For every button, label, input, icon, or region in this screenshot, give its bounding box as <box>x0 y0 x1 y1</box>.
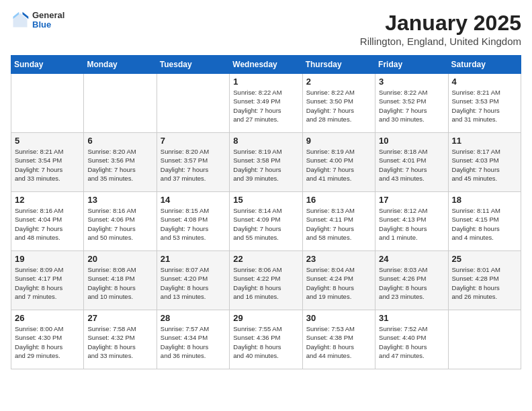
day-number: 23 <box>306 254 371 264</box>
day-info: Sunrise: 7:52 AM Sunset: 4:40 PM Dayligh… <box>379 324 444 360</box>
day-number: 26 <box>15 313 80 323</box>
calendar-cell: 25Sunrise: 8:01 AM Sunset: 4:28 PM Dayli… <box>448 251 521 310</box>
day-number: 6 <box>87 136 152 146</box>
title-area: January 2025 Rillington, England, United… <box>360 11 521 47</box>
calendar-cell: 12Sunrise: 8:16 AM Sunset: 4:04 PM Dayli… <box>11 192 84 251</box>
week-row-5: 26Sunrise: 8:00 AM Sunset: 4:30 PM Dayli… <box>11 310 521 369</box>
day-number: 15 <box>233 195 298 205</box>
weekday-header-row: SundayMondayTuesdayWednesdayThursdayFrid… <box>11 56 521 74</box>
day-info: Sunrise: 8:20 AM Sunset: 3:56 PM Dayligh… <box>87 147 152 183</box>
day-info: Sunrise: 8:22 AM Sunset: 3:49 PM Dayligh… <box>233 88 298 124</box>
calendar-cell <box>11 74 84 133</box>
day-number: 27 <box>87 313 152 323</box>
logo-blue-text: Blue <box>32 20 64 30</box>
header: General Blue January 2025 Rillington, En… <box>11 11 521 47</box>
calendar-cell: 26Sunrise: 8:00 AM Sunset: 4:30 PM Dayli… <box>11 310 84 369</box>
day-info: Sunrise: 8:09 AM Sunset: 4:17 PM Dayligh… <box>15 265 80 301</box>
day-number: 9 <box>306 136 371 146</box>
day-number: 14 <box>161 195 226 205</box>
week-row-3: 12Sunrise: 8:16 AM Sunset: 4:04 PM Dayli… <box>11 192 521 251</box>
calendar-cell: 20Sunrise: 8:08 AM Sunset: 4:18 PM Dayli… <box>84 251 157 310</box>
calendar-cell: 16Sunrise: 8:13 AM Sunset: 4:11 PM Dayli… <box>302 192 375 251</box>
day-number: 7 <box>161 136 226 146</box>
calendar-cell: 5Sunrise: 8:21 AM Sunset: 3:54 PM Daylig… <box>11 133 84 192</box>
calendar-cell: 1Sunrise: 8:22 AM Sunset: 3:49 PM Daylig… <box>230 74 302 133</box>
day-number: 25 <box>452 254 517 264</box>
day-number: 10 <box>379 136 444 146</box>
day-number: 1 <box>233 77 298 87</box>
day-info: Sunrise: 8:22 AM Sunset: 3:50 PM Dayligh… <box>306 88 371 124</box>
calendar-cell: 29Sunrise: 7:55 AM Sunset: 4:36 PM Dayli… <box>230 310 302 369</box>
day-info: Sunrise: 8:18 AM Sunset: 4:01 PM Dayligh… <box>379 147 444 183</box>
calendar-cell: 31Sunrise: 7:52 AM Sunset: 4:40 PM Dayli… <box>375 310 448 369</box>
day-info: Sunrise: 8:01 AM Sunset: 4:28 PM Dayligh… <box>452 265 517 301</box>
calendar-cell <box>448 310 521 369</box>
day-number: 21 <box>161 254 226 264</box>
day-number: 19 <box>15 254 80 264</box>
calendar-cell: 30Sunrise: 7:53 AM Sunset: 4:38 PM Dayli… <box>302 310 375 369</box>
calendar-cell: 9Sunrise: 8:19 AM Sunset: 4:00 PM Daylig… <box>302 133 375 192</box>
day-info: Sunrise: 8:00 AM Sunset: 4:30 PM Dayligh… <box>15 324 80 360</box>
day-info: Sunrise: 8:22 AM Sunset: 3:52 PM Dayligh… <box>379 88 444 124</box>
calendar-cell: 14Sunrise: 8:15 AM Sunset: 4:08 PM Dayli… <box>157 192 229 251</box>
day-number: 22 <box>233 254 298 264</box>
day-info: Sunrise: 7:58 AM Sunset: 4:32 PM Dayligh… <box>87 324 152 360</box>
calendar-cell: 2Sunrise: 8:22 AM Sunset: 3:50 PM Daylig… <box>302 74 375 133</box>
day-number: 17 <box>379 195 444 205</box>
weekday-header-saturday: Saturday <box>448 56 521 74</box>
day-number: 2 <box>306 77 371 87</box>
calendar-cell: 18Sunrise: 8:11 AM Sunset: 4:15 PM Dayli… <box>448 192 521 251</box>
weekday-header-wednesday: Wednesday <box>230 56 302 74</box>
day-number: 4 <box>452 77 517 87</box>
day-info: Sunrise: 8:04 AM Sunset: 4:24 PM Dayligh… <box>306 265 371 301</box>
calendar-cell <box>157 74 229 133</box>
day-number: 8 <box>233 136 298 146</box>
weekday-header-monday: Monday <box>84 56 157 74</box>
day-number: 20 <box>87 254 152 264</box>
calendar-cell: 6Sunrise: 8:20 AM Sunset: 3:56 PM Daylig… <box>84 133 157 192</box>
logo-general-text: General <box>32 11 64 20</box>
week-row-2: 5Sunrise: 8:21 AM Sunset: 3:54 PM Daylig… <box>11 133 521 192</box>
day-info: Sunrise: 8:20 AM Sunset: 3:57 PM Dayligh… <box>161 147 226 183</box>
weekday-header-friday: Friday <box>375 56 448 74</box>
day-number: 12 <box>15 195 80 205</box>
calendar-cell: 23Sunrise: 8:04 AM Sunset: 4:24 PM Dayli… <box>302 251 375 310</box>
day-number: 31 <box>379 313 444 323</box>
calendar-cell: 13Sunrise: 8:16 AM Sunset: 4:06 PM Dayli… <box>84 192 157 251</box>
day-info: Sunrise: 8:19 AM Sunset: 4:00 PM Dayligh… <box>306 147 371 183</box>
day-info: Sunrise: 7:53 AM Sunset: 4:38 PM Dayligh… <box>306 324 371 360</box>
week-row-1: 1Sunrise: 8:22 AM Sunset: 3:49 PM Daylig… <box>11 74 521 133</box>
calendar-cell: 22Sunrise: 8:06 AM Sunset: 4:22 PM Dayli… <box>230 251 302 310</box>
calendar-cell: 28Sunrise: 7:57 AM Sunset: 4:34 PM Dayli… <box>157 310 229 369</box>
calendar-cell: 3Sunrise: 8:22 AM Sunset: 3:52 PM Daylig… <box>375 74 448 133</box>
location: Rillington, England, United Kingdom <box>360 36 521 47</box>
day-info: Sunrise: 8:19 AM Sunset: 3:58 PM Dayligh… <box>233 147 298 183</box>
day-number: 13 <box>87 195 152 205</box>
day-info: Sunrise: 8:14 AM Sunset: 4:09 PM Dayligh… <box>233 206 298 242</box>
day-number: 5 <box>15 136 80 146</box>
calendar-cell: 15Sunrise: 8:14 AM Sunset: 4:09 PM Dayli… <box>230 192 302 251</box>
day-number: 29 <box>233 313 298 323</box>
day-info: Sunrise: 8:07 AM Sunset: 4:20 PM Dayligh… <box>161 265 226 301</box>
day-number: 11 <box>452 136 517 146</box>
calendar-cell: 4Sunrise: 8:21 AM Sunset: 3:53 PM Daylig… <box>448 74 521 133</box>
month-title: January 2025 <box>360 11 521 36</box>
calendar-cell: 24Sunrise: 8:03 AM Sunset: 4:26 PM Dayli… <box>375 251 448 310</box>
calendar-cell <box>84 74 157 133</box>
calendar-cell: 7Sunrise: 8:20 AM Sunset: 3:57 PM Daylig… <box>157 133 229 192</box>
day-info: Sunrise: 8:16 AM Sunset: 4:04 PM Dayligh… <box>15 206 80 242</box>
logo-icon <box>11 11 30 30</box>
day-info: Sunrise: 7:57 AM Sunset: 4:34 PM Dayligh… <box>161 324 226 360</box>
day-info: Sunrise: 8:08 AM Sunset: 4:18 PM Dayligh… <box>87 265 152 301</box>
day-number: 18 <box>452 195 517 205</box>
day-number: 16 <box>306 195 371 205</box>
day-info: Sunrise: 8:03 AM Sunset: 4:26 PM Dayligh… <box>379 265 444 301</box>
weekday-header-sunday: Sunday <box>11 56 84 74</box>
day-info: Sunrise: 8:06 AM Sunset: 4:22 PM Dayligh… <box>233 265 298 301</box>
calendar: SundayMondayTuesdayWednesdayThursdayFrid… <box>11 55 521 369</box>
weekday-header-thursday: Thursday <box>302 56 375 74</box>
calendar-cell: 10Sunrise: 8:18 AM Sunset: 4:01 PM Dayli… <box>375 133 448 192</box>
logo: General Blue <box>11 11 64 30</box>
day-number: 30 <box>306 313 371 323</box>
calendar-cell: 11Sunrise: 8:17 AM Sunset: 4:03 PM Dayli… <box>448 133 521 192</box>
